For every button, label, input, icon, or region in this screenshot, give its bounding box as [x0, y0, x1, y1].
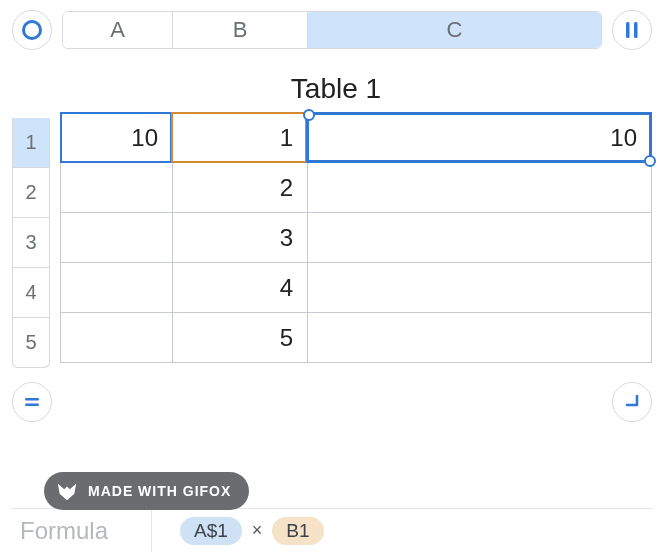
table-title[interactable]: Table 1 [60, 66, 652, 112]
formula-operator: × [252, 520, 263, 541]
cell-A5[interactable] [61, 313, 173, 363]
cell-A4[interactable] [61, 263, 173, 313]
cell-C4[interactable] [308, 263, 652, 313]
cell-B5[interactable]: 5 [173, 313, 308, 363]
col-header-b[interactable]: B [173, 12, 308, 48]
table-area: Table 1 10 1 10 2 3 [60, 66, 652, 368]
cell-A2[interactable] [61, 163, 173, 213]
formula-token-a[interactable]: A$1 [180, 517, 242, 545]
row-header-4[interactable]: 4 [12, 268, 50, 318]
svg-rect-2 [634, 22, 638, 38]
equals-icon [22, 392, 42, 412]
record-button[interactable] [12, 10, 52, 50]
cell-B4[interactable]: 4 [173, 263, 308, 313]
svg-rect-4 [25, 403, 39, 406]
svg-point-0 [24, 22, 41, 39]
row-header-2[interactable]: 2 [12, 168, 50, 218]
cell-A1[interactable]: 10 [61, 113, 173, 163]
cell-C3[interactable] [308, 213, 652, 263]
equals-button[interactable] [12, 382, 52, 422]
col-header-c[interactable]: C [308, 12, 601, 48]
gifox-text: MADE WITH GIFOX [88, 483, 231, 499]
cell-C1[interactable]: 10 [308, 113, 652, 163]
cell-C5[interactable] [308, 313, 652, 363]
svg-rect-3 [25, 398, 39, 401]
cell-B2[interactable]: 2 [173, 163, 308, 213]
circle-icon [21, 19, 43, 41]
cell-B3[interactable]: 3 [173, 213, 308, 263]
spreadsheet-table: 10 1 10 2 3 4 [60, 112, 652, 363]
pause-icon [623, 20, 641, 40]
formula-label: Formula [12, 509, 152, 552]
svg-rect-1 [626, 22, 630, 38]
row-header-5[interactable]: 5 [12, 318, 50, 368]
row-header-1[interactable]: 1 [12, 118, 50, 168]
formula-bar: Formula A$1 × B1 [12, 508, 652, 552]
cell-B1[interactable]: 1 [173, 113, 308, 163]
row-headers: 1 2 3 4 5 [12, 66, 50, 368]
col-header-a[interactable]: A [63, 12, 173, 48]
gifox-badge: MADE WITH GIFOX [44, 472, 249, 510]
pause-button[interactable] [612, 10, 652, 50]
formula-token-b[interactable]: B1 [272, 517, 323, 545]
row-header-3[interactable]: 3 [12, 218, 50, 268]
formula-input[interactable]: A$1 × B1 [152, 517, 652, 545]
cell-C2[interactable] [308, 163, 652, 213]
column-headers: A B C [62, 11, 602, 49]
return-button[interactable] [612, 382, 652, 422]
return-icon [621, 391, 643, 413]
fox-icon [56, 480, 78, 502]
cell-A3[interactable] [61, 213, 173, 263]
